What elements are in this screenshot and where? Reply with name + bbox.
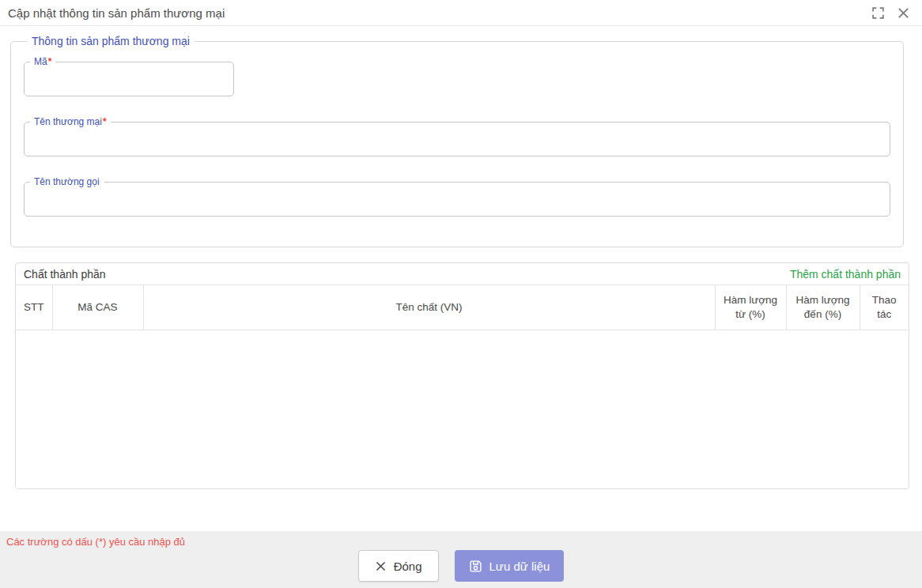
- close-icon[interactable]: [895, 5, 911, 21]
- col-ten-chat: Tên chất (VN): [143, 285, 715, 330]
- save-button[interactable]: Lưu dữ liệu: [455, 550, 565, 582]
- product-info-legend: Thông tin sản phẩm thương mại: [27, 35, 195, 47]
- field-ma: Mã*: [24, 57, 234, 96]
- ingredients-card: Chất thành phần Thêm chất thành phần STT…: [15, 262, 909, 489]
- ingredients-empty-body: [16, 330, 909, 488]
- col-ham-luong-den: Hàm lượng đến (%): [786, 285, 860, 330]
- ten-thuong-goi-input[interactable]: [34, 190, 880, 210]
- floppy-disk-icon: [469, 560, 482, 573]
- dialog-body: Thông tin sản phẩm thương mại Mã* Tên th…: [0, 26, 922, 531]
- required-asterisk: *: [103, 116, 107, 127]
- col-ma-cas: Mã CAS: [52, 285, 143, 330]
- ingredients-caption: Chất thành phần: [24, 268, 106, 281]
- dialog-footer: Các trường có dấu (*) yêu cầu nhập đủ Đó…: [0, 531, 922, 588]
- fullscreen-icon[interactable]: [870, 5, 886, 21]
- close-button-label: Đóng: [394, 560, 422, 572]
- save-button-label: Lưu dữ liệu: [489, 560, 550, 572]
- close-button[interactable]: Đóng: [358, 550, 439, 582]
- required-fields-note: Các trường có dấu (*) yêu cầu nhập đủ: [6, 536, 185, 548]
- ma-input[interactable]: [34, 70, 224, 90]
- field-ten-thuong-mai-label: Tên thương mại*: [30, 117, 111, 127]
- required-asterisk: *: [48, 56, 52, 67]
- ingredients-caption-row: Chất thành phần Thêm chất thành phần: [16, 263, 909, 285]
- ingredients-header-row: STT Mã CAS Tên chất (VN) Hàm lượng từ (%…: [16, 285, 909, 330]
- col-thao-tac: Thao tác: [860, 285, 909, 330]
- product-info-group: Thông tin sản phẩm thương mại Mã* Tên th…: [10, 35, 904, 247]
- ingredients-table: STT Mã CAS Tên chất (VN) Hàm lượng từ (%…: [16, 285, 909, 330]
- field-ma-label: Mã*: [30, 57, 55, 67]
- add-ingredient-link[interactable]: Thêm chất thành phần: [790, 268, 901, 281]
- titlebar-actions: [870, 5, 911, 21]
- col-stt: STT: [16, 285, 52, 330]
- spacer: [24, 156, 890, 177]
- x-icon: [375, 560, 387, 572]
- spacer: [24, 96, 890, 117]
- field-ten-thuong-goi-label: Tên thường gọi: [30, 177, 104, 187]
- field-ten-thuong-goi: Tên thường gọi: [24, 177, 890, 217]
- dialog-titlebar: Cập nhật thông tin sản phẩm thương mại: [0, 0, 922, 26]
- col-ham-luong-tu: Hàm lượng từ (%): [715, 285, 786, 330]
- ten-thuong-mai-input[interactable]: [34, 130, 880, 150]
- update-product-dialog: Cập nhật thông tin sản phẩm thương mại T…: [0, 0, 922, 588]
- field-ten-thuong-mai: Tên thương mại*: [24, 117, 890, 156]
- dialog-title: Cập nhật thông tin sản phẩm thương mại: [8, 6, 870, 20]
